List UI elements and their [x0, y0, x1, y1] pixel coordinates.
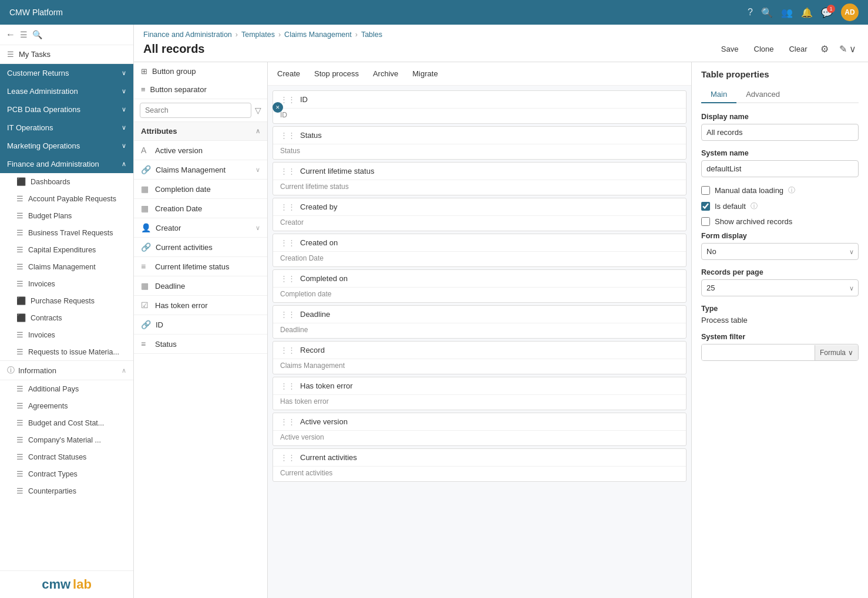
- button-group-row[interactable]: ⊞ Button group: [134, 62, 267, 80]
- deadline-icon: ▦: [141, 281, 150, 290]
- sidebar-item-purchase-requests[interactable]: ⬛ Purchase Requests: [0, 292, 133, 309]
- drag-handle-hte[interactable]: ⋮⋮: [280, 381, 295, 390]
- sidebar-group-lease-administration[interactable]: Lease Administration ∨: [0, 82, 133, 100]
- drag-handle-status[interactable]: ⋮⋮: [280, 131, 295, 140]
- sidebar-item-contract-types[interactable]: ☰ Contract Types: [0, 465, 133, 482]
- attr-item-creation-date[interactable]: ▦ Creation Date: [134, 199, 267, 218]
- manual-loading-info-icon[interactable]: ⓘ: [788, 185, 795, 195]
- attr-item-has-token-error[interactable]: ☑ Has token error: [134, 296, 267, 315]
- sidebar-item-budget-cost[interactable]: ☰ Budget and Cost Stat...: [0, 414, 133, 431]
- drag-handle-created-by[interactable]: ⋮⋮: [280, 202, 295, 211]
- attr-item-completion-date[interactable]: ▦ Completion date: [134, 180, 267, 199]
- dashboards-label: Dashboards: [31, 178, 70, 186]
- sidebar-item-invoices1[interactable]: ☰ Invoices: [0, 275, 133, 292]
- display-name-input[interactable]: [701, 124, 859, 141]
- is-default-checkbox[interactable]: [701, 202, 710, 211]
- button-separator-row[interactable]: ≡ Button separator: [134, 80, 267, 99]
- sidebar-collapse-icon[interactable]: ←: [6, 29, 15, 40]
- sidebar-item-claims-management[interactable]: ☰ Claims Management: [0, 258, 133, 275]
- props-tabs: Main Advanced: [701, 86, 859, 103]
- is-default-info-icon[interactable]: ⓘ: [751, 201, 758, 211]
- clone-button[interactable]: Clone: [749, 42, 779, 56]
- tab-main[interactable]: Main: [701, 86, 736, 103]
- drag-handle-cls[interactable]: ⋮⋮: [280, 167, 295, 175]
- search-icon[interactable]: 🔍: [761, 7, 773, 18]
- filter-icon[interactable]: ▽: [255, 106, 261, 115]
- system-filter-badge[interactable]: Formula ∨: [815, 345, 858, 360]
- system-filter-input[interactable]: [702, 344, 815, 360]
- attr-item-creator[interactable]: 👤 Creator ∨: [134, 218, 267, 238]
- creator-label: Creator: [156, 224, 181, 232]
- clear-button[interactable]: Clear: [784, 42, 812, 56]
- attr-item-current-activities[interactable]: 🔗 Current activities: [134, 238, 267, 257]
- stop-process-button[interactable]: Stop process: [314, 69, 359, 78]
- drag-handle-record[interactable]: ⋮⋮: [280, 346, 295, 354]
- drag-handle-av[interactable]: ⋮⋮: [280, 417, 295, 426]
- active-version-icon: A: [141, 146, 150, 155]
- attr-item-claims-management[interactable]: 🔗 Claims Management ∨: [134, 160, 267, 180]
- col-record-top: ⋮⋮ Record: [273, 342, 686, 359]
- sidebar-item-business-travel[interactable]: ☰ Business Travel Requests: [0, 224, 133, 241]
- sidebar-group-pcb-data-operations[interactable]: PCB Data Operations ∨: [0, 100, 133, 119]
- sidebar-group-it-operations[interactable]: IT Operations ∨: [0, 119, 133, 137]
- sidebar-item-companys-material[interactable]: ☰ Company's Material ...: [0, 431, 133, 448]
- sidebar-item-requests-material[interactable]: ☰ Requests to issue Materia...: [0, 343, 133, 360]
- sidebar-item-agreements[interactable]: ☰ Agreements: [0, 397, 133, 414]
- sidebar-my-tasks[interactable]: ☰ My Tasks: [0, 45, 133, 64]
- drag-handle-created-on[interactable]: ⋮⋮: [280, 238, 295, 247]
- deadline-label: Deadline: [155, 282, 185, 290]
- user-avatar[interactable]: AD: [841, 4, 859, 21]
- bell-icon[interactable]: 🔔: [801, 7, 813, 18]
- sidebar-list-icon[interactable]: ☰: [20, 30, 28, 39]
- sidebar-item-counterparties[interactable]: ☰ Counterparties: [0, 482, 133, 499]
- tab-advanced[interactable]: Advanced: [736, 86, 789, 103]
- archive-button[interactable]: Archive: [373, 69, 398, 78]
- sidebar-item-dashboards[interactable]: ⬛ Dashboards: [0, 173, 133, 190]
- section-expand-icon[interactable]: ∧: [255, 127, 260, 135]
- sidebar-group-information[interactable]: ⓘ Information ∧: [0, 360, 133, 380]
- table-row-deadline: ⋮⋮ Deadline Deadline: [272, 305, 687, 339]
- drag-handle-id[interactable]: ⋮⋮: [280, 95, 295, 104]
- records-per-page-select[interactable]: 25 50 100: [701, 279, 859, 296]
- system-name-input[interactable]: [701, 160, 859, 177]
- breadcrumb-templates[interactable]: Templates: [241, 31, 275, 39]
- sidebar-group-marketing-operations[interactable]: Marketing Operations ∨: [0, 137, 133, 155]
- settings-icon-button[interactable]: ⚙: [818, 41, 831, 57]
- breadcrumb-finance[interactable]: Finance and Administration: [143, 31, 232, 39]
- help-icon[interactable]: ?: [748, 7, 753, 18]
- sidebar-item-contracts[interactable]: ⬛ Contracts: [0, 309, 133, 326]
- sidebar-group-customer-returns[interactable]: Customer Returns ∨: [0, 64, 133, 82]
- show-archived-checkbox[interactable]: [701, 217, 710, 226]
- current-lifetime-status-icon: ≡: [141, 262, 150, 271]
- manual-data-loading-checkbox[interactable]: [701, 186, 710, 195]
- col-ca-top: ⋮⋮ Current activities: [273, 449, 686, 467]
- col-ca-bot: Current activities: [273, 467, 686, 481]
- attr-item-id[interactable]: 🔗 ID: [134, 315, 267, 335]
- attr-item-deadline[interactable]: ▦ Deadline: [134, 276, 267, 296]
- sidebar-item-invoices2[interactable]: ☰ Invoices: [0, 326, 133, 343]
- sidebar-item-budget-plans[interactable]: ☰ Budget Plans: [0, 207, 133, 224]
- edit-icon-button[interactable]: ✎ ∨: [837, 41, 859, 57]
- users-icon[interactable]: 👥: [781, 7, 793, 18]
- create-button[interactable]: Create: [277, 69, 300, 78]
- sidebar-search-icon[interactable]: 🔍: [32, 30, 42, 39]
- form-display-select[interactable]: No Yes: [701, 243, 859, 260]
- sidebar-group-finance-administration[interactable]: Finance and Administration ∧: [0, 155, 133, 173]
- save-button[interactable]: Save: [716, 42, 743, 56]
- drag-handle-completed-on[interactable]: ⋮⋮: [280, 274, 295, 283]
- attr-item-current-lifetime-status[interactable]: ≡ Current lifetime status: [134, 257, 267, 276]
- sidebar-item-account-payable[interactable]: ☰ Account Payable Requests: [0, 190, 133, 207]
- breadcrumb-claims[interactable]: Claims Management: [284, 31, 352, 39]
- lease-administration-label: Lease Administration: [7, 87, 78, 96]
- attr-item-active-version[interactable]: A Active version: [134, 141, 267, 160]
- account-payable-label: Account Payable Requests: [28, 195, 116, 203]
- migrate-button[interactable]: Migrate: [412, 69, 438, 78]
- sidebar-item-capital-expenditures[interactable]: ☰ Capital Expenditures: [0, 241, 133, 258]
- breadcrumb-tables[interactable]: Tables: [361, 31, 382, 39]
- attr-item-status[interactable]: ≡ Status: [134, 335, 267, 354]
- attr-search-input[interactable]: [140, 103, 251, 118]
- sidebar-item-contract-statuses[interactable]: ☰ Contract Statuses: [0, 448, 133, 465]
- drag-handle-ca[interactable]: ⋮⋮: [280, 453, 295, 462]
- sidebar-item-additional-pays[interactable]: ☰ Additional Pays: [0, 380, 133, 397]
- drag-handle-deadline[interactable]: ⋮⋮: [280, 310, 295, 319]
